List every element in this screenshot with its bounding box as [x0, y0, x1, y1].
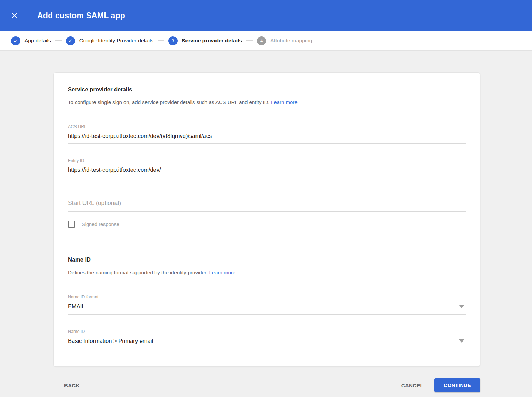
step-attribute-mapping[interactable]: 4 Attribute mapping — [257, 36, 312, 45]
step-service-provider-details[interactable]: 3 Service provider details — [168, 36, 242, 45]
signed-response-row: Signed response — [68, 221, 466, 228]
chevron-down-icon — [459, 339, 464, 343]
dialog-title: Add custom SAML app — [37, 11, 125, 20]
step-connector — [158, 40, 164, 41]
wizard-footer: BACK CANCEL CONTINUE — [53, 378, 480, 392]
name-id-format-value: EMAIL — [68, 303, 85, 309]
step-label: Service provider details — [182, 38, 242, 44]
description-text: To configure single sign on, add service… — [68, 99, 270, 105]
acs-url-label: ACS URL — [68, 124, 466, 129]
check-icon: ✓ — [68, 38, 73, 43]
learn-more-link[interactable]: Learn more — [271, 99, 298, 105]
name-id-format-select[interactable]: EMAIL — [68, 303, 466, 315]
start-url-field — [68, 200, 466, 212]
signed-response-label: Signed response — [82, 222, 119, 227]
check-icon: ✓ — [13, 38, 18, 43]
cancel-button[interactable]: CANCEL — [399, 379, 426, 392]
step-google-idp-details[interactable]: ✓ Google Identity Provider details — [66, 36, 153, 45]
acs-url-field: ACS URL — [68, 124, 466, 144]
entity-id-field: Entity ID — [68, 158, 466, 177]
dialog-header: Add custom SAML app — [0, 0, 532, 31]
step-connector — [55, 40, 62, 41]
close-icon[interactable] — [10, 11, 19, 20]
name-id-format-label: Name ID format — [68, 295, 466, 299]
name-id-field: Name ID Basic Information > Primary emai… — [68, 329, 466, 349]
wizard-content: Service provider details To configure si… — [0, 51, 532, 392]
section-title-service-provider: Service provider details — [68, 86, 466, 93]
step-number-badge: 3 — [168, 36, 178, 45]
wizard-stepper: ✓ App details ✓ Google Identity Provider… — [0, 31, 532, 51]
name-id-format-field: Name ID format EMAIL — [68, 295, 466, 315]
service-provider-card: Service provider details To configure si… — [53, 72, 480, 367]
step-label: App details — [24, 38, 51, 44]
acs-url-input[interactable] — [68, 133, 466, 144]
name-id-select[interactable]: Basic Information > Primary email — [68, 337, 466, 349]
step-label: Google Identity Provider details — [79, 38, 153, 44]
start-url-input[interactable] — [68, 200, 466, 212]
entity-id-input[interactable] — [68, 166, 466, 177]
back-button[interactable]: BACK — [61, 379, 82, 392]
name-id-label: Name ID — [68, 329, 466, 334]
section-description: To configure single sign on, add service… — [68, 99, 466, 106]
step-number-badge: 4 — [257, 36, 266, 45]
name-id-value: Basic Information > Primary email — [68, 338, 153, 344]
section-title-name-id: Name ID — [68, 256, 466, 263]
step-label: Attribute mapping — [270, 38, 312, 44]
name-id-description: Defines the naming format supported by t… — [68, 269, 466, 276]
step-connector — [246, 40, 253, 41]
chevron-down-icon — [459, 305, 464, 308]
entity-id-label: Entity ID — [68, 158, 466, 163]
step-complete-icon: ✓ — [66, 36, 75, 45]
learn-more-link[interactable]: Learn more — [209, 269, 235, 275]
continue-button[interactable]: CONTINUE — [434, 378, 480, 392]
step-app-details[interactable]: ✓ App details — [11, 36, 51, 45]
description-text: Defines the naming format supported by t… — [68, 269, 208, 275]
step-complete-icon: ✓ — [11, 36, 20, 45]
signed-response-checkbox[interactable] — [68, 221, 75, 228]
